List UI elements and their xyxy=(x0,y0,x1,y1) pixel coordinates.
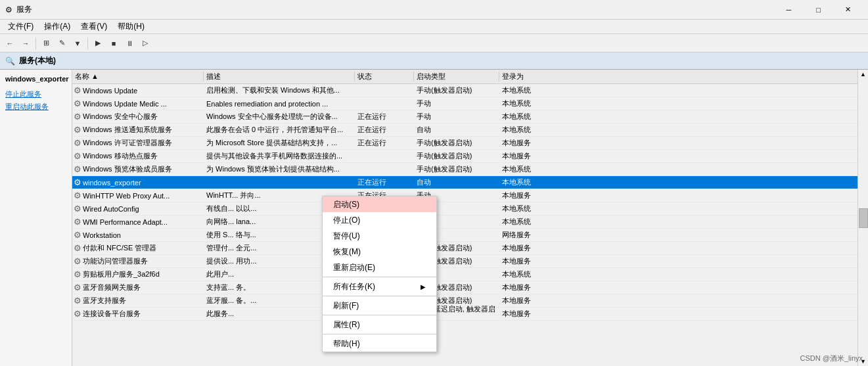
service-row[interactable]: ⚙ 剪贴板用户服务_3a2f6d 此用户... 手动 本地系统 xyxy=(72,268,857,281)
row-desc: Windows 安全中心服务处理统一的设备... xyxy=(204,112,355,122)
maximize-button[interactable]: □ xyxy=(804,0,833,20)
gear-icon: ⚙ xyxy=(74,151,81,161)
row-name: ⚙ Windows Update xyxy=(72,85,204,95)
col-header-status[interactable]: 状态 xyxy=(355,72,414,81)
minimize-button[interactable]: ─ xyxy=(774,0,804,20)
service-row[interactable]: ⚙ 付款和 NFC/SE 管理器 管理付... 全元... 手动(触发器启动) … xyxy=(72,242,857,255)
row-login: 本地系统 xyxy=(499,164,857,174)
gear-icon: ⚙ xyxy=(74,283,81,292)
row-name: ⚙ Workstation xyxy=(72,230,204,240)
col-header-login[interactable]: 登录为 xyxy=(499,72,857,81)
service-row[interactable]: ⚙ Workstation 使用 S... 络与... 正在运行 自动 网络服务 xyxy=(72,229,857,242)
service-row[interactable]: ⚙ Windows Update 启用检测、下载和安装 Windows 和其他.… xyxy=(72,84,857,97)
row-startup: 手动(触发器启动) xyxy=(414,151,499,161)
resume-button[interactable]: ▷ xyxy=(138,36,152,51)
menu-file[interactable]: 文件(F) xyxy=(3,20,39,34)
row-status: 正在运行 xyxy=(355,138,414,148)
menu-help[interactable]: 帮助(H) xyxy=(112,20,150,34)
title-bar: ⚙ 服务 ─ □ ✕ xyxy=(0,0,868,20)
row-login: 本地服务 xyxy=(499,243,857,253)
row-status: 正在运行 xyxy=(355,177,414,187)
context-menu-item[interactable]: 帮助(H) xyxy=(323,336,436,352)
table-header: 名称 ▲ 描述 状态 启动类型 登录为 xyxy=(72,70,857,84)
service-row[interactable]: ⚙ 蓝牙音频网关服务 支持蓝... 务。 手动(触发器启动) 本地服务 xyxy=(72,281,857,294)
row-login: 本地服务 xyxy=(499,191,857,200)
row-name: ⚙ 蓝牙支持服务 xyxy=(72,296,204,306)
row-name: ⚙ Windows Update Medic ... xyxy=(72,99,204,108)
table-scroll[interactable]: ⚙ Windows Update 启用检测、下载和安装 Windows 和其他.… xyxy=(72,84,857,366)
row-name: ⚙ Wired AutoConfig xyxy=(72,204,204,214)
close-button[interactable]: ✕ xyxy=(833,0,863,20)
service-row[interactable]: ⚙ WMI Performance Adapt... 向网络... lana..… xyxy=(72,216,857,229)
row-login: 本地系统 xyxy=(499,217,857,227)
service-row[interactable]: ⚙ Wired AutoConfig 有线自... 以以... 手动 本地系统 xyxy=(72,202,857,216)
scroll-thumb[interactable] xyxy=(859,208,868,228)
row-name: ⚙ Windows 许可证管理器服务 xyxy=(72,138,204,148)
service-row[interactable]: ⚙ Windows 许可证管理器服务 为 Microsoft Store 提供基… xyxy=(72,137,857,150)
row-desc: 为 Windows 预览体验计划提供基础结构... xyxy=(204,164,355,174)
row-startup: 自动 xyxy=(414,177,499,187)
scroll-up-button[interactable]: ▲ xyxy=(860,71,866,78)
gear-icon: ⚙ xyxy=(74,217,81,227)
context-menu-item[interactable]: 停止(O) xyxy=(323,212,436,228)
service-row[interactable]: ⚙ Windows Update Medic ... Enables remed… xyxy=(72,97,857,110)
row-desc: 为 Microsoft Store 提供基础结构支持，... xyxy=(204,138,355,148)
gear-icon: ⚙ xyxy=(74,138,81,148)
context-menu-separator xyxy=(323,334,436,334)
row-name: ⚙ 功能访问管理器服务 xyxy=(72,256,204,266)
col-header-startup[interactable]: 启动类型 xyxy=(414,72,499,81)
service-row[interactable]: ⚙ Windows 预览体验成员服务 为 Windows 预览体验计划提供基础结… xyxy=(72,163,857,176)
row-status: 正在运行 xyxy=(355,125,414,135)
context-menu-item[interactable]: 启动(S) xyxy=(323,196,436,212)
view-button[interactable]: ⊞ xyxy=(39,36,53,51)
content-header-title: 服务(本地) xyxy=(19,55,56,66)
service-row[interactable]: ⚙ Windows 推送通知系统服务 此服务在会话 0 中运行，并托管通知平台.… xyxy=(72,124,857,137)
pause-button[interactable]: ⏸ xyxy=(122,36,137,51)
search-icon: 🔍 xyxy=(5,57,15,66)
forward-button[interactable]: → xyxy=(18,36,33,51)
context-menu-item[interactable]: 所有任务(K)▶ xyxy=(323,279,436,294)
play-button[interactable]: ▶ xyxy=(91,36,105,51)
col-header-desc[interactable]: 描述 xyxy=(204,72,355,81)
left-panel: windows_exporter 停止此服务 重启动此服务 xyxy=(0,70,72,366)
menu-view[interactable]: 查看(V) xyxy=(76,20,112,34)
title-bar-controls: ─ □ ✕ xyxy=(774,0,863,20)
service-row[interactable]: ⚙ 连接设备平台服务 此服务... 正在运行 自动(延迟启动, 触发器启动) 本… xyxy=(72,308,857,321)
context-menu-separator xyxy=(323,296,436,296)
service-row[interactable]: ⚙ WinHTTP Web Proxy Aut... WinHTT... 并向.… xyxy=(72,189,857,202)
menu-action[interactable]: 操作(A) xyxy=(39,20,76,34)
restart-service-link[interactable]: 重启动此服务 xyxy=(5,102,66,112)
gear-icon: ⚙ xyxy=(74,177,81,187)
context-menu-item[interactable]: 恢复(M) xyxy=(323,244,436,260)
row-login: 本地服务 xyxy=(499,138,857,148)
back-button[interactable]: ← xyxy=(3,36,17,51)
context-menu-separator xyxy=(323,277,436,277)
gear-icon: ⚙ xyxy=(74,230,81,240)
row-login: 本地服务 xyxy=(499,256,857,266)
row-startup: 自动 xyxy=(414,125,499,135)
context-menu-item[interactable]: 暂停(U) xyxy=(323,228,436,244)
row-desc: 启用检测、下载和安装 Windows 和其他... xyxy=(204,85,355,95)
edit-button[interactable]: ✎ xyxy=(55,36,69,51)
context-menu-item[interactable]: 属性(R) xyxy=(323,317,436,332)
filter-button[interactable]: ▼ xyxy=(70,36,85,51)
row-desc: 提供与其他设备共享手机网络数据连接的... xyxy=(204,151,355,161)
col-header-name[interactable]: 名称 ▲ xyxy=(72,72,204,81)
row-login: 本地服务 xyxy=(499,283,857,292)
row-name: ⚙ 蓝牙音频网关服务 xyxy=(72,283,204,292)
stop-button[interactable]: ■ xyxy=(106,36,121,51)
row-name: ⚙ WMI Performance Adapt... xyxy=(72,217,204,227)
gear-icon: ⚙ xyxy=(74,243,81,253)
row-login: 本地系统 xyxy=(499,204,857,214)
service-row[interactable]: ⚙ Windows 移动热点服务 提供与其他设备共享手机网络数据连接的... 手… xyxy=(72,150,857,163)
left-panel-title: windows_exporter xyxy=(5,75,66,83)
row-login: 网络服务 xyxy=(499,230,857,240)
scrollbar[interactable]: ▲ ▼ xyxy=(857,70,868,366)
context-menu-item[interactable]: 重新启动(E) xyxy=(323,260,436,275)
service-row[interactable]: ⚙ windows_exporter 正在运行 自动 本地系统 xyxy=(72,176,857,189)
stop-service-link[interactable]: 停止此服务 xyxy=(5,89,66,99)
row-status: 正在运行 xyxy=(355,112,414,122)
context-menu-item[interactable]: 刷新(F) xyxy=(323,298,436,313)
service-row[interactable]: ⚙ 功能访问管理器服务 提供设... 用功... 手动(触发器启动) 本地服务 xyxy=(72,255,857,268)
service-row[interactable]: ⚙ Windows 安全中心服务 Windows 安全中心服务处理统一的设备..… xyxy=(72,110,857,124)
